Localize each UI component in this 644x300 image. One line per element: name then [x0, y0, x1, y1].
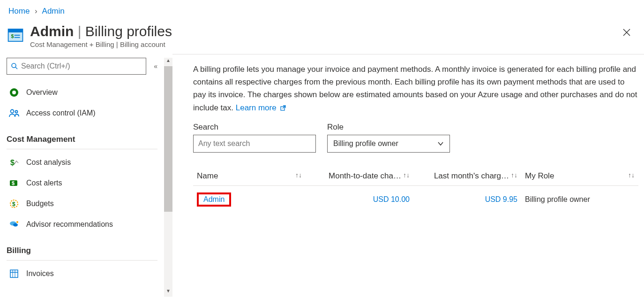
advisor-icon: [8, 219, 20, 230]
role-label: Role: [327, 123, 450, 132]
sort-icon: ↑↓: [403, 171, 410, 179]
close-icon: [622, 28, 631, 37]
learn-more-link[interactable]: Learn more: [236, 103, 287, 112]
sidebar-item-access-control[interactable]: Access control (IAM): [7, 103, 157, 123]
overview-icon: [8, 87, 20, 98]
search-icon: [11, 62, 18, 70]
page-subtitle: Cost Management + Billing | Billing acco…: [30, 40, 172, 48]
role-select[interactable]: Billing profile owner: [327, 135, 450, 153]
cost-alerts-icon: $: [8, 177, 20, 189]
sidebar-scrollbar[interactable]: ▲ ▼: [164, 58, 172, 297]
profile-link-admin[interactable]: Admin: [203, 195, 225, 203]
chevron-down-icon: [437, 140, 444, 147]
svg-text:$: $: [11, 33, 14, 39]
search-label: Search: [193, 123, 316, 132]
sort-icon: ↑↓: [628, 171, 635, 179]
scroll-up-icon[interactable]: ▲: [164, 58, 172, 66]
svg-point-11: [11, 110, 14, 113]
page-title: Admin | Billing profiles: [30, 23, 172, 39]
col-role[interactable]: My Role ↑↓: [521, 167, 638, 186]
sort-icon: ↑↓: [295, 171, 302, 179]
svg-text:$: $: [10, 159, 15, 167]
svg-text:$: $: [12, 180, 15, 186]
svg-point-20: [16, 221, 18, 223]
sidebar-item-cost-analysis[interactable]: $ Cost analysis: [7, 152, 157, 173]
sidebar-item-advisor[interactable]: Advisor recommendations: [7, 214, 157, 235]
sidebar-item-budgets[interactable]: $ Budgets: [7, 193, 157, 214]
breadcrumb-home[interactable]: Home: [8, 7, 30, 15]
sidebar-section-billing: Billing: [7, 235, 157, 261]
svg-text:$: $: [12, 201, 15, 208]
cell-role: Billing profile owner: [521, 185, 638, 213]
table-row: Admin USD 10.00 USD 9.95 Billing profile…: [193, 185, 638, 213]
col-last[interactable]: Last month's charg…↑↓: [413, 167, 521, 186]
people-icon: [8, 108, 20, 119]
svg-line-8: [15, 67, 17, 69]
sidebar: « Overview Access control (IAM) Cost Man…: [0, 58, 164, 297]
sidebar-search[interactable]: [7, 58, 146, 75]
close-button[interactable]: [621, 26, 633, 41]
svg-point-7: [12, 63, 16, 68]
profiles-table: Name ↑↓ Month-to-date cha…↑↓ Last month'…: [193, 167, 638, 213]
chevron-right-icon: ›: [35, 7, 37, 15]
breadcrumb: Home › Admin: [0, 0, 644, 19]
sidebar-item-cost-alerts[interactable]: $ Cost alerts: [7, 173, 157, 193]
col-mtd[interactable]: Month-to-date cha…↑↓: [306, 167, 413, 186]
svg-rect-21: [10, 270, 18, 277]
collapse-sidebar-button[interactable]: «: [154, 62, 157, 70]
billing-account-icon: $: [7, 26, 24, 44]
scroll-thumb[interactable]: [164, 66, 172, 212]
svg-point-10: [12, 91, 16, 94]
sort-icon: ↑↓: [511, 171, 517, 179]
budgets-icon: $: [8, 198, 20, 209]
cost-analysis-icon: $: [8, 157, 20, 168]
svg-point-12: [15, 111, 18, 113]
scroll-down-icon[interactable]: ▼: [164, 288, 172, 297]
svg-point-19: [13, 223, 18, 227]
breadcrumb-current[interactable]: Admin: [42, 7, 65, 15]
main-content: A billing profile lets you manage your i…: [172, 54, 644, 297]
sidebar-section-cost-management: Cost Management: [7, 123, 157, 149]
external-link-icon: [280, 105, 286, 111]
sidebar-item-invoices[interactable]: Invoices: [7, 263, 157, 284]
cell-mtd: USD 10.00: [306, 185, 413, 213]
svg-rect-1: [8, 29, 23, 32]
col-name[interactable]: Name ↑↓: [193, 167, 306, 186]
sidebar-item-overview[interactable]: Overview: [7, 82, 157, 103]
highlighted-profile: Admin: [197, 192, 231, 207]
invoices-icon: [8, 268, 20, 279]
cell-last: USD 9.95: [413, 185, 521, 213]
search-input[interactable]: [193, 135, 316, 153]
intro-text: A billing profile lets you manage your i…: [193, 63, 638, 114]
sidebar-search-input[interactable]: [21, 62, 142, 70]
